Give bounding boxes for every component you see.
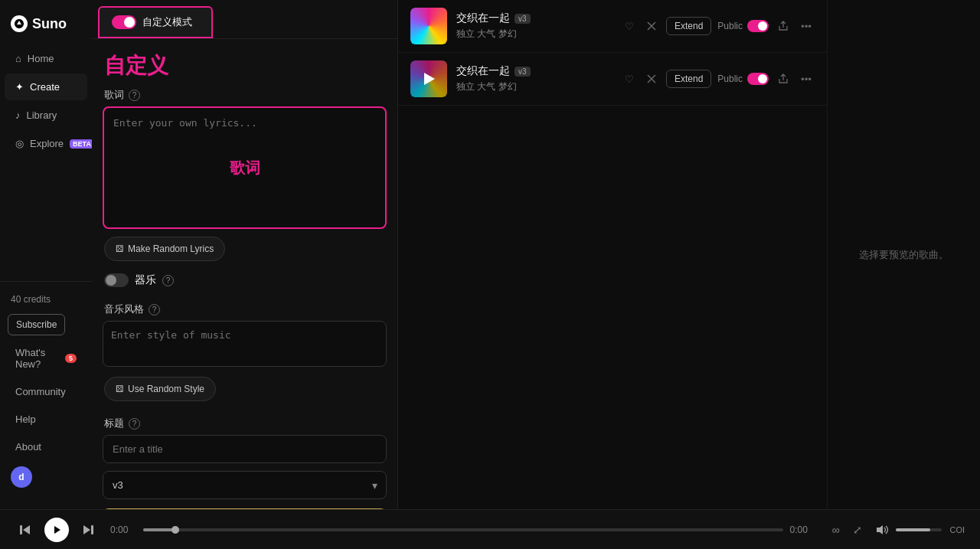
use-random-style-button[interactable]: ⚄ Use Random Style bbox=[104, 377, 216, 401]
home-icon: ⌂ bbox=[15, 53, 21, 64]
title-input[interactable] bbox=[103, 435, 387, 463]
col-indicator: COI bbox=[949, 525, 965, 534]
svg-marker-5 bbox=[877, 525, 883, 534]
like-button[interactable]: ♡ bbox=[622, 70, 637, 88]
sidebar-item-library[interactable]: ♪ Library bbox=[5, 102, 87, 129]
lyrics-textarea[interactable] bbox=[103, 106, 387, 229]
sidebar-item-about[interactable]: About bbox=[5, 433, 87, 460]
expand-button[interactable]: ⤢ bbox=[850, 521, 865, 539]
version-select-wrap: v3 v2 v1 ▾ bbox=[103, 471, 387, 499]
svg-rect-0 bbox=[20, 525, 22, 534]
custom-mode-toggle[interactable] bbox=[112, 15, 136, 29]
progress-bar[interactable] bbox=[143, 528, 783, 531]
current-time: 0:00 bbox=[110, 524, 137, 535]
preview-message: 选择要预览的歌曲。 bbox=[859, 248, 949, 262]
song-title: 交织在一起 v3 bbox=[456, 11, 612, 25]
play-icon bbox=[424, 73, 435, 85]
preview-panel: 选择要预览的歌曲。 bbox=[827, 0, 980, 509]
extend-button[interactable]: Extend bbox=[666, 70, 711, 88]
player-right: ∞ ⤢ COI bbox=[828, 521, 965, 539]
extend-button[interactable]: Extend bbox=[666, 17, 711, 35]
create-panel: 自定义模式 自定义 歌词 ? 歌词 ⚄ Make Random Lyrics 器… bbox=[92, 0, 398, 509]
volume-bar[interactable] bbox=[896, 528, 942, 531]
progress-fill bbox=[143, 528, 175, 531]
lyrics-section-header: 歌词 ? bbox=[92, 80, 397, 106]
song-play-overlay[interactable] bbox=[410, 60, 447, 97]
progress-dot bbox=[172, 526, 179, 534]
svg-marker-4 bbox=[83, 525, 90, 534]
song-tags: 独立 大气 梦幻 bbox=[456, 28, 612, 41]
custom-mode-tab[interactable]: 自定义模式 bbox=[98, 6, 213, 38]
song-thumbnail[interactable] bbox=[410, 8, 447, 44]
next-button[interactable] bbox=[78, 520, 98, 540]
style-help-icon[interactable]: ? bbox=[149, 304, 160, 315]
sidebar-item-create[interactable]: ✦ Create bbox=[5, 74, 87, 100]
about-label: About bbox=[15, 441, 41, 453]
more-button[interactable]: ••• bbox=[798, 70, 815, 88]
prev-button[interactable] bbox=[15, 520, 35, 540]
credits-display: 40 credits bbox=[0, 288, 92, 311]
loop-button[interactable]: ∞ bbox=[828, 521, 842, 539]
make-random-lyrics-button[interactable]: ⚄ Make Random Lyrics bbox=[104, 237, 225, 261]
create-icon: ✦ bbox=[15, 81, 24, 93]
dislike-button[interactable] bbox=[643, 18, 660, 34]
use-random-style-label: Use Random Style bbox=[128, 384, 204, 394]
style-label: 音乐风格 bbox=[104, 302, 144, 316]
subscribe-button[interactable]: Subscribe bbox=[8, 314, 65, 335]
sidebar: Suno ⌂ Home ✦ Create ♪ Library ◎ Explore… bbox=[0, 0, 92, 509]
instrument-row: 器乐 ? bbox=[92, 269, 397, 295]
song-actions: ♡ Extend Public ••• bbox=[622, 70, 815, 88]
title-section-header: 标题 ? bbox=[92, 409, 397, 435]
user-avatar[interactable]: d bbox=[11, 466, 32, 488]
version-select[interactable]: v3 v2 v1 bbox=[103, 471, 387, 499]
progress-area: 0:00 0:00 bbox=[110, 524, 816, 535]
sidebar-item-label: Explore bbox=[30, 138, 64, 149]
public-toggle: Public bbox=[717, 20, 769, 32]
share-button[interactable] bbox=[775, 18, 792, 34]
sidebar-item-label: Library bbox=[27, 109, 57, 121]
song-thumbnail[interactable] bbox=[410, 60, 447, 97]
app-name: Suno bbox=[32, 16, 67, 32]
public-switch[interactable] bbox=[747, 20, 769, 32]
play-pause-button[interactable] bbox=[44, 518, 69, 542]
sidebar-item-explore[interactable]: ◎ Explore BETA bbox=[5, 130, 87, 157]
style-textarea[interactable] bbox=[103, 321, 387, 367]
song-item: 交织在一起 v3 独立 大气 梦幻 ♡ Extend Public ••• bbox=[398, 53, 827, 106]
volume-icon[interactable] bbox=[873, 521, 891, 539]
app-logo[interactable]: Suno bbox=[0, 9, 92, 44]
title-help-icon[interactable]: ? bbox=[129, 418, 140, 430]
library-icon: ♪ bbox=[15, 109, 21, 121]
song-artwork bbox=[410, 8, 447, 44]
song-info: 交织在一起 v3 独立 大气 梦幻 bbox=[456, 64, 612, 93]
sidebar-bottom: 40 credits Subscribe What's New? 5 Commu… bbox=[0, 281, 92, 500]
songs-panel: 交织在一起 v3 独立 大气 梦幻 ♡ Extend Public ••• bbox=[398, 0, 827, 509]
song-info: 交织在一起 v3 独立 大气 梦幻 bbox=[456, 11, 612, 41]
dislike-button[interactable] bbox=[643, 70, 660, 87]
total-time: 0:00 bbox=[789, 524, 816, 535]
song-version-badge: v3 bbox=[514, 14, 531, 24]
sidebar-item-home[interactable]: ⌂ Home bbox=[5, 45, 87, 72]
sidebar-item-label: Create bbox=[30, 81, 60, 93]
share-button[interactable] bbox=[775, 70, 792, 87]
like-button[interactable]: ♡ bbox=[622, 18, 637, 35]
sidebar-item-whats-new[interactable]: What's New? 5 bbox=[5, 339, 87, 377]
lyrics-input-container: 歌词 bbox=[103, 106, 387, 229]
custom-mode-label: 自定义模式 bbox=[142, 15, 192, 29]
bottom-player: 0:00 0:00 ∞ ⤢ COI bbox=[0, 509, 980, 549]
public-label: Public bbox=[717, 74, 743, 84]
community-label: Community bbox=[15, 386, 66, 397]
instrument-toggle[interactable] bbox=[104, 273, 129, 287]
sidebar-item-help[interactable]: Help bbox=[5, 406, 87, 433]
lyrics-label: 歌词 bbox=[104, 88, 124, 102]
dice-icon: ⚄ bbox=[116, 243, 123, 254]
help-label: Help bbox=[15, 413, 36, 425]
make-random-lyrics-label: Make Random Lyrics bbox=[128, 243, 214, 254]
sidebar-item-community[interactable]: Community bbox=[5, 378, 87, 405]
more-button[interactable]: ••• bbox=[798, 18, 815, 35]
nav-menu: ⌂ Home ✦ Create ♪ Library ◎ Explore BETA bbox=[0, 44, 92, 281]
instrument-help-icon[interactable]: ? bbox=[162, 275, 174, 286]
dice-icon-style: ⚄ bbox=[116, 384, 123, 394]
public-switch[interactable] bbox=[747, 73, 769, 85]
lyrics-help-icon[interactable]: ? bbox=[129, 90, 140, 101]
song-item: 交织在一起 v3 独立 大气 梦幻 ♡ Extend Public ••• bbox=[398, 0, 827, 53]
